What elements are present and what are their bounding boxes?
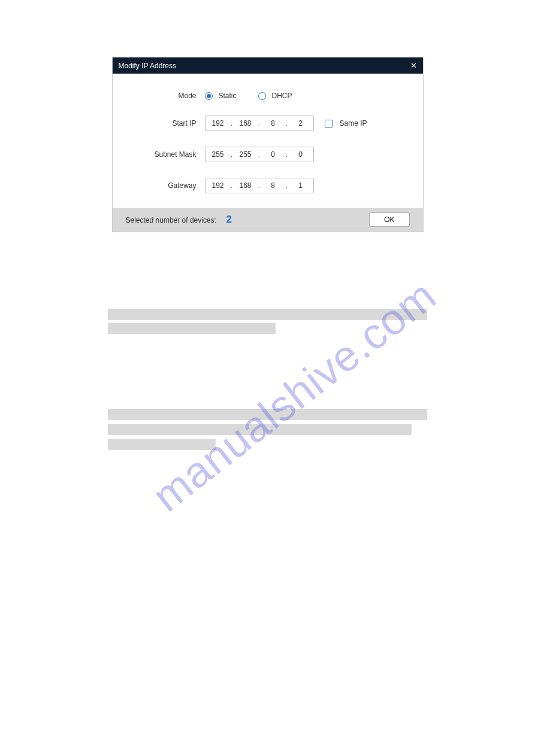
start-ip-o2[interactable]: 168: [237, 119, 255, 127]
ip-dot-icon: .: [231, 119, 232, 127]
same-ip-checkbox[interactable]: [325, 120, 333, 127]
dialog-body: Mode Static DHCP Start IP 192 . 168 . 8 …: [113, 74, 423, 208]
mode-radio-group: Static DHCP: [205, 92, 308, 100]
ip-dot-icon: .: [286, 119, 288, 127]
gateway-label: Gateway: [127, 181, 205, 190]
start-ip-input[interactable]: 192 . 168 . 8 . 2: [205, 116, 314, 131]
radio-dhcp[interactable]: [258, 92, 266, 100]
start-ip-label: Start IP: [127, 119, 205, 127]
modify-ip-dialog: Modify IP Address ✕ Mode Static DHCP Sta…: [112, 57, 424, 232]
gateway-o1[interactable]: 192: [209, 181, 227, 190]
same-ip-label: Same IP: [340, 119, 367, 127]
mode-label: Mode: [127, 92, 205, 100]
subnet-o4[interactable]: 0: [292, 150, 310, 159]
device-count: 2: [226, 214, 231, 225]
gateway-row: Gateway 192 . 168 . 8 . 1: [127, 178, 409, 193]
dialog-footer: Selected number of devices: 2 OK: [113, 208, 423, 232]
placeholder-bar: [108, 424, 412, 435]
start-ip-o3[interactable]: 8: [264, 119, 282, 127]
placeholder-bar: [108, 309, 427, 320]
ip-dot-icon: .: [258, 119, 260, 127]
radio-static[interactable]: [205, 92, 213, 100]
start-ip-o1[interactable]: 192: [209, 119, 227, 127]
dialog-title: Modify IP Address: [119, 62, 177, 70]
ip-dot-icon: .: [286, 150, 288, 159]
ip-dot-icon: .: [231, 181, 232, 190]
gateway-input[interactable]: 192 . 168 . 8 . 1: [205, 178, 314, 193]
placeholder-bar: [108, 323, 276, 334]
gateway-o2[interactable]: 168: [237, 181, 255, 190]
mode-row: Mode Static DHCP: [127, 92, 409, 100]
ip-dot-icon: .: [286, 181, 288, 190]
subnet-o1[interactable]: 255: [209, 150, 227, 159]
gateway-o4[interactable]: 1: [292, 181, 310, 190]
ok-button[interactable]: OK: [369, 212, 409, 227]
close-icon[interactable]: ✕: [410, 61, 417, 70]
subnet-row: Subnet Mask 255 . 255 . 0 . 0: [127, 147, 409, 162]
subnet-label: Subnet Mask: [127, 150, 205, 159]
radio-static-label: Static: [219, 92, 237, 100]
subnet-input[interactable]: 255 . 255 . 0 . 0: [205, 147, 314, 162]
dialog-header: Modify IP Address ✕: [113, 57, 423, 74]
selected-devices-label: Selected number of devices:: [126, 216, 216, 224]
ip-dot-icon: .: [231, 150, 232, 159]
subnet-o2[interactable]: 255: [237, 150, 255, 159]
placeholder-bar: [108, 439, 216, 450]
placeholder-bar: [108, 409, 427, 420]
ip-dot-icon: .: [258, 181, 260, 190]
gateway-o3[interactable]: 8: [264, 181, 282, 190]
footer-left: Selected number of devices: 2: [126, 214, 232, 226]
subnet-o3[interactable]: 0: [264, 150, 282, 159]
ip-dot-icon: .: [258, 150, 260, 159]
start-ip-o4[interactable]: 2: [292, 119, 310, 127]
radio-dhcp-label: DHCP: [272, 92, 292, 100]
start-ip-row: Start IP 192 . 168 . 8 . 2 Same IP: [127, 116, 409, 131]
